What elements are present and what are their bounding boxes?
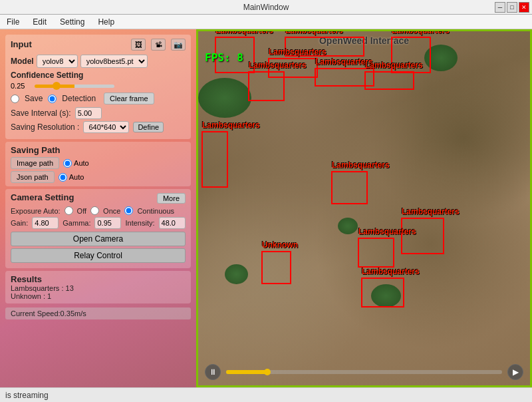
save-interval-input[interactable] bbox=[75, 107, 102, 119]
confidence-slider[interactable] bbox=[35, 85, 114, 88]
video-icon[interactable]: 📽 bbox=[151, 39, 166, 51]
menu-help[interactable]: Help bbox=[94, 16, 118, 28]
results-title: Results bbox=[11, 274, 42, 284]
detection-radio[interactable] bbox=[48, 95, 57, 103]
intensity-input[interactable] bbox=[159, 217, 186, 229]
detection-label-3: Lambsquarters bbox=[269, 47, 327, 57]
detection-label-8: Lambsquarters bbox=[332, 160, 390, 170]
confidence-slider-row: 0.25 bbox=[11, 82, 186, 90]
define-button[interactable]: Define bbox=[133, 122, 164, 132]
save-radio[interactable] bbox=[11, 95, 19, 103]
menu-edit[interactable]: Edit bbox=[29, 16, 51, 28]
clear-frame-button[interactable]: Clear frame bbox=[104, 93, 154, 104]
camera-header: Camera Setting More bbox=[11, 192, 186, 204]
camera-section: Camera Setting More Exposure Auto: Off O… bbox=[5, 189, 191, 268]
intensity-label: Intensity: bbox=[125, 219, 154, 227]
model-file-select[interactable]: yolov8best5.pt bbox=[80, 55, 148, 68]
model-row: Model yolov8 yolov8best5.pt bbox=[11, 55, 186, 68]
image-auto-label: Auto bbox=[74, 159, 89, 167]
exposure-off-label: Off bbox=[77, 207, 86, 215]
lambsquarters-count: 13 bbox=[66, 284, 74, 292]
pause-icon: ⏸ bbox=[209, 367, 217, 377]
detection-box-11: Unknown bbox=[261, 251, 291, 284]
relay-button[interactable]: Relay Control bbox=[11, 248, 186, 263]
json-auto-label: Auto bbox=[69, 173, 84, 181]
confidence-value: 0.25 bbox=[11, 82, 31, 90]
image-auto-radio: Auto bbox=[63, 159, 89, 168]
detection-label-4: Lambsquarters bbox=[315, 57, 373, 67]
speed-bar: Current Speed:0.35m/s bbox=[5, 307, 191, 319]
detection-label-6: Lambsquarters bbox=[249, 61, 307, 70]
exposure-once-radio[interactable] bbox=[90, 206, 99, 215]
save-radio-label: Save bbox=[25, 94, 43, 103]
veg-patch-5 bbox=[338, 218, 358, 234]
exposure-row: Exposure Auto: Off Once Continuous bbox=[11, 206, 186, 215]
status-bar: is streaming bbox=[0, 387, 532, 402]
model-type-select[interactable]: yolov8 bbox=[37, 55, 78, 68]
confidence-label: Confidence Setting bbox=[11, 71, 186, 80]
camera-title: Camera Setting bbox=[11, 192, 74, 202]
exposure-continuous-radio[interactable] bbox=[124, 206, 133, 215]
resolution-label: Saving Resolution : bbox=[11, 122, 79, 132]
menu-bar: File Edit Setting Help bbox=[0, 15, 532, 29]
image-path-row: Image path Auto bbox=[11, 157, 186, 169]
fps-display: FPS: 8 bbox=[205, 51, 243, 64]
saving-path-title: Saving Path bbox=[11, 145, 60, 155]
input-header: Input 🖼 📽 📷 bbox=[11, 39, 186, 51]
input-icons: 🖼 📽 📷 bbox=[131, 39, 186, 51]
detection-box-10: Lambsquarters bbox=[358, 238, 394, 268]
camera-icon[interactable]: 📷 bbox=[171, 39, 186, 51]
json-auto-radio-input[interactable] bbox=[59, 173, 67, 182]
main-layout: Input 🖼 📽 📷 Model yolov8 yolov8best5.pt … bbox=[0, 29, 532, 387]
camera-feed: OpenWeed Interface FPS: 8 LambsquartersL… bbox=[198, 31, 530, 385]
gain-input[interactable] bbox=[32, 217, 59, 229]
unknown-result: Unknown : 1 bbox=[11, 292, 186, 300]
input-title: Input bbox=[11, 39, 32, 49]
resolution-select[interactable]: 640*640 bbox=[83, 121, 129, 133]
image-auto-radio-input[interactable] bbox=[63, 159, 72, 168]
progress-fill bbox=[226, 370, 267, 374]
title-bar: MainWindow ─ □ ✕ bbox=[0, 0, 532, 15]
exposure-label: Exposure Auto: bbox=[11, 207, 61, 215]
gain-label: Gain: bbox=[11, 219, 28, 227]
left-panel: Input 🖼 📽 📷 Model yolov8 yolov8best5.pt … bbox=[0, 29, 196, 387]
save-interval-label: Save Interval (s): bbox=[11, 108, 71, 118]
detection-label-7: Lambsquarters bbox=[202, 120, 260, 130]
detection-radio-label: Detection bbox=[62, 94, 96, 103]
menu-setting[interactable]: Setting bbox=[56, 16, 88, 28]
detection-box-8: Lambsquarters bbox=[331, 171, 368, 204]
lambsquarters-result: Lambsquarters : 13 bbox=[11, 284, 186, 292]
image-icon[interactable]: 🖼 bbox=[131, 39, 146, 51]
play-button[interactable]: ▶ bbox=[507, 364, 523, 380]
exposure-off-radio[interactable] bbox=[65, 206, 73, 215]
exposure-once-label: Once bbox=[103, 207, 120, 215]
open-camera-button[interactable]: Open Camera bbox=[11, 232, 186, 246]
window-title: MainWindow bbox=[243, 3, 289, 12]
gamma-input[interactable] bbox=[94, 217, 121, 229]
image-path-button[interactable]: Image path bbox=[11, 157, 59, 169]
json-path-row: Json path Auto bbox=[11, 171, 186, 183]
detection-label-9: Lambsquarters bbox=[402, 207, 460, 216]
detection-box-6: Lambsquarters bbox=[248, 71, 285, 101]
close-button[interactable]: ✕ bbox=[519, 2, 529, 13]
control-bar: ⏸ ▶ bbox=[205, 364, 523, 380]
gamma-label: Gamma: bbox=[63, 219, 90, 227]
detection-label-2: Lambsquarters bbox=[392, 31, 450, 35]
status-text: is streaming bbox=[5, 391, 49, 400]
model-label: Model bbox=[11, 57, 34, 66]
veg-patch-3 bbox=[225, 264, 248, 284]
saving-path-section: Saving Path Image path Auto Json path Au… bbox=[5, 142, 191, 186]
more-button[interactable]: More bbox=[157, 193, 186, 204]
maximize-button[interactable]: □ bbox=[507, 2, 517, 13]
progress-bar[interactable] bbox=[226, 370, 502, 374]
detection-label-11: Unknown bbox=[262, 240, 298, 250]
json-path-button[interactable]: Json path bbox=[11, 171, 55, 183]
camera-view-wrapper: OpenWeed Interface FPS: 8 LambsquartersL… bbox=[196, 29, 532, 387]
menu-file[interactable]: File bbox=[3, 16, 23, 28]
save-detection-row: Save Detection Clear frame bbox=[11, 93, 186, 104]
unknown-label: Unknown : bbox=[11, 292, 45, 300]
pause-button[interactable]: ⏸ bbox=[205, 364, 221, 380]
detection-box-7: Lambsquarters bbox=[201, 131, 228, 188]
minimize-button[interactable]: ─ bbox=[495, 2, 505, 13]
unknown-count: 1 bbox=[47, 292, 51, 300]
